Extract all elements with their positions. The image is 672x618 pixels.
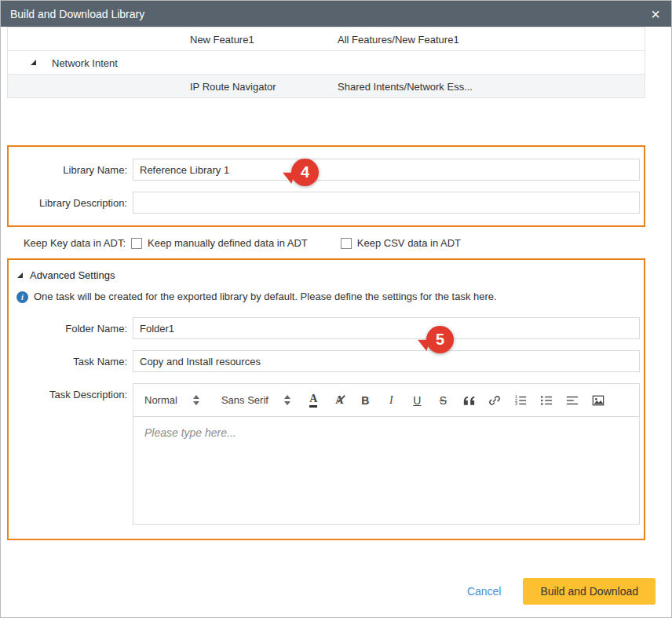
align-icon: [566, 394, 579, 407]
callout-badge-5: 5: [426, 326, 454, 353]
blockquote-button[interactable]: [462, 393, 477, 408]
group-name: Network Intent: [52, 57, 118, 69]
feature-table: New Feature1 All Features/New Feature1 N…: [7, 27, 645, 98]
library-description-input[interactable]: [133, 192, 640, 214]
highlight-color-icon: A: [335, 395, 343, 406]
editor-toolbar: Normal Sans Serif A A B I: [133, 384, 639, 417]
text-color-button[interactable]: A: [306, 393, 321, 408]
library-section: Library Name: Library Description: 4: [7, 145, 645, 227]
adt-label: Keep Key data in ADT:: [7, 237, 131, 249]
info-icon: i: [16, 291, 28, 303]
task-description-label: Task Description:: [9, 383, 133, 400]
feature-path: Shared Intents/Network Ess...: [338, 81, 473, 93]
task-description-row: Task Description: Normal Sans Serif: [9, 383, 644, 525]
cancel-button[interactable]: Cancel: [467, 585, 502, 598]
adt-csv-option: Keep CSV data in ADT: [341, 237, 461, 249]
library-name-label: Library Name:: [9, 164, 133, 176]
keep-manual-data-label: Keep manually defined data in ADT: [148, 237, 308, 249]
task-description-editor[interactable]: Normal Sans Serif A A B I: [133, 383, 640, 525]
italic-button[interactable]: I: [384, 393, 399, 408]
quote-icon: [463, 396, 475, 405]
feature-path: All Features/New Feature1: [338, 34, 459, 46]
table-spacer: [1, 98, 671, 145]
underline-button[interactable]: U: [410, 393, 425, 408]
link-button[interactable]: [488, 393, 502, 408]
task-name-label: Task Name:: [9, 356, 133, 368]
ordered-list-button[interactable]: 123: [513, 393, 528, 408]
tree-expand-icon[interactable]: [30, 59, 37, 66]
link-icon: [488, 394, 501, 407]
library-description-row: Library Description:: [9, 192, 644, 214]
text-color-icon: A: [309, 393, 317, 408]
format-picker-value: Normal: [144, 394, 177, 406]
task-name-input[interactable]: [133, 350, 640, 372]
dialog-titlebar: Build and Download Library ×: [1, 1, 671, 27]
build-and-download-button[interactable]: Build and Download: [523, 578, 656, 605]
dialog-title: Build and Download Library: [10, 8, 649, 20]
library-name-input[interactable]: [133, 159, 640, 181]
library-name-row: Library Name:: [9, 159, 644, 181]
adt-manual-option: Keep manually defined data in ADT: [131, 237, 308, 249]
ordered-list-icon: 123: [514, 394, 527, 407]
bullet-list-button[interactable]: [539, 393, 554, 408]
table-row[interactable]: IP Route Navigator Shared Intents/Networ…: [8, 75, 645, 98]
callout-badge-4: 4: [291, 159, 319, 186]
build-download-dialog: Build and Download Library × New Feature…: [0, 0, 672, 618]
dialog-footer: Cancel Build and Download: [467, 578, 656, 605]
updown-arrows-icon: [284, 395, 290, 405]
collapse-icon: [16, 272, 24, 279]
font-picker[interactable]: Sans Serif: [221, 394, 290, 406]
updown-arrows-icon: [193, 395, 199, 405]
keep-csv-data-checkbox[interactable]: [341, 238, 352, 249]
insert-image-button[interactable]: [591, 393, 606, 408]
close-icon[interactable]: ×: [649, 6, 662, 22]
keep-csv-data-label: Keep CSV data in ADT: [357, 237, 461, 249]
bold-button[interactable]: B: [358, 393, 373, 408]
editor-placeholder: Please type here...: [133, 417, 639, 448]
info-text: One task will be created for the exporte…: [34, 291, 497, 302]
table-row-group[interactable]: Network Intent: [8, 51, 645, 75]
table-row[interactable]: New Feature1 All Features/New Feature1: [8, 27, 645, 51]
task-name-row: Task Name:: [9, 350, 644, 372]
folder-name-row: Folder Name:: [9, 317, 644, 339]
align-button[interactable]: [565, 393, 580, 408]
advanced-settings-title: Advanced Settings: [30, 269, 115, 281]
library-description-label: Library Description:: [9, 197, 133, 209]
font-picker-value: Sans Serif: [221, 394, 268, 406]
keep-manual-data-checkbox[interactable]: [131, 238, 142, 249]
adt-options-row: Keep Key data in ADT: Keep manually defi…: [7, 237, 645, 249]
format-picker[interactable]: Normal: [144, 394, 199, 406]
feature-name: IP Route Navigator: [190, 81, 276, 93]
highlight-color-button[interactable]: A: [332, 393, 347, 408]
feature-name: New Feature1: [190, 34, 254, 46]
image-icon: [592, 394, 604, 407]
advanced-settings-toggle[interactable]: Advanced Settings: [9, 269, 644, 281]
folder-name-label: Folder Name:: [9, 323, 133, 335]
folder-name-input[interactable]: [133, 317, 640, 339]
bullet-list-icon: [540, 394, 553, 407]
advanced-settings-section: Advanced Settings i One task will be cre…: [7, 258, 645, 540]
info-row: i One task will be created for the expor…: [9, 281, 644, 317]
svg-text:3: 3: [515, 401, 517, 406]
strikethrough-button[interactable]: S: [436, 393, 451, 408]
